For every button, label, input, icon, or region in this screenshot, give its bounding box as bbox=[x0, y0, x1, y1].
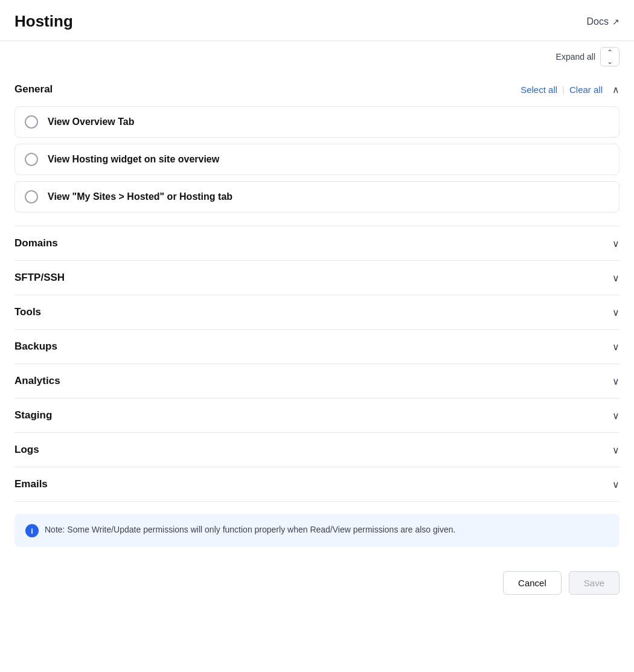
page-title: Hosting bbox=[14, 12, 73, 31]
general-section: General Select all | Clear all View Over… bbox=[14, 72, 620, 226]
emails-section: Emails bbox=[14, 467, 620, 502]
tools-chevron-icon bbox=[612, 307, 620, 318]
backups-section-header[interactable]: Backups bbox=[14, 330, 620, 363]
domains-section: Domains bbox=[14, 226, 620, 261]
domains-chevron-icon bbox=[612, 238, 620, 249]
domains-section-header[interactable]: Domains bbox=[14, 226, 620, 260]
expand-all-button[interactable]: ⌃ ⌄ bbox=[600, 47, 620, 66]
analytics-chevron-icon bbox=[612, 376, 620, 387]
save-button[interactable]: Save bbox=[569, 571, 620, 595]
general-section-chevron-icon bbox=[612, 84, 620, 95]
backups-section: Backups bbox=[14, 330, 620, 364]
logs-section-header[interactable]: Logs bbox=[14, 433, 620, 467]
tools-section-title: Tools bbox=[14, 306, 41, 318]
sftp-section-header[interactable]: SFTP/SSH bbox=[14, 261, 620, 295]
general-section-header[interactable]: General Select all | Clear all bbox=[14, 72, 620, 106]
backups-chevron-icon bbox=[612, 341, 620, 353]
info-icon: i bbox=[25, 524, 39, 537]
logs-section-title: Logs bbox=[14, 444, 39, 456]
staging-section-header[interactable]: Staging bbox=[14, 398, 620, 432]
actions-divider: | bbox=[562, 85, 565, 95]
expand-all-bar: Expand all ⌃ ⌄ bbox=[0, 41, 634, 72]
radio-view-hosting-widget[interactable] bbox=[25, 153, 38, 166]
general-section-title: General bbox=[14, 83, 53, 95]
analytics-section-title: Analytics bbox=[14, 375, 60, 387]
select-all-button[interactable]: Select all bbox=[520, 85, 557, 95]
chevron-up-small-icon: ⌃ bbox=[607, 48, 613, 57]
external-link-icon: ↗ bbox=[612, 17, 620, 27]
permission-label: View Overview Tab bbox=[48, 117, 134, 127]
domains-section-title: Domains bbox=[14, 237, 58, 249]
radio-view-my-sites[interactable] bbox=[25, 190, 38, 203]
sftp-section-title: SFTP/SSH bbox=[14, 272, 65, 284]
cancel-button[interactable]: Cancel bbox=[503, 571, 562, 595]
logs-section: Logs bbox=[14, 433, 620, 467]
general-section-actions: Select all | Clear all bbox=[520, 84, 620, 95]
sftp-chevron-icon bbox=[612, 272, 620, 284]
footer-actions: Cancel Save bbox=[0, 562, 634, 609]
staging-chevron-icon bbox=[612, 410, 620, 421]
permission-item[interactable]: View Overview Tab bbox=[14, 106, 620, 138]
analytics-section: Analytics bbox=[14, 364, 620, 398]
emails-chevron-icon bbox=[612, 479, 620, 490]
sftp-section: SFTP/SSH bbox=[14, 261, 620, 295]
emails-section-title: Emails bbox=[14, 478, 48, 490]
expand-all-label: Expand all bbox=[556, 52, 595, 62]
general-section-body: View Overview Tab View Hosting widget on… bbox=[14, 106, 620, 226]
main-content: General Select all | Clear all View Over… bbox=[0, 72, 634, 547]
logs-chevron-icon bbox=[612, 444, 620, 456]
permission-item[interactable]: View Hosting widget on site overview bbox=[14, 144, 620, 175]
note-text: Note: Some Write/Update permissions will… bbox=[45, 523, 455, 536]
page-header: Hosting Docs ↗ bbox=[0, 0, 634, 41]
radio-view-overview[interactable] bbox=[25, 115, 38, 129]
clear-all-button[interactable]: Clear all bbox=[569, 85, 603, 95]
permission-label: View Hosting widget on site overview bbox=[48, 154, 219, 165]
docs-link[interactable]: Docs ↗ bbox=[587, 16, 620, 27]
backups-section-title: Backups bbox=[14, 341, 57, 353]
permission-label: View "My Sites > Hosted" or Hosting tab bbox=[48, 191, 232, 202]
analytics-section-header[interactable]: Analytics bbox=[14, 364, 620, 398]
tools-section-header[interactable]: Tools bbox=[14, 295, 620, 329]
permission-item[interactable]: View "My Sites > Hosted" or Hosting tab bbox=[14, 181, 620, 213]
emails-section-header[interactable]: Emails bbox=[14, 467, 620, 501]
docs-label: Docs bbox=[587, 16, 609, 27]
tools-section: Tools bbox=[14, 295, 620, 330]
staging-section: Staging bbox=[14, 398, 620, 433]
note-box: i Note: Some Write/Update permissions wi… bbox=[14, 514, 620, 547]
staging-section-title: Staging bbox=[14, 409, 52, 421]
chevron-down-small-icon: ⌄ bbox=[607, 57, 613, 66]
